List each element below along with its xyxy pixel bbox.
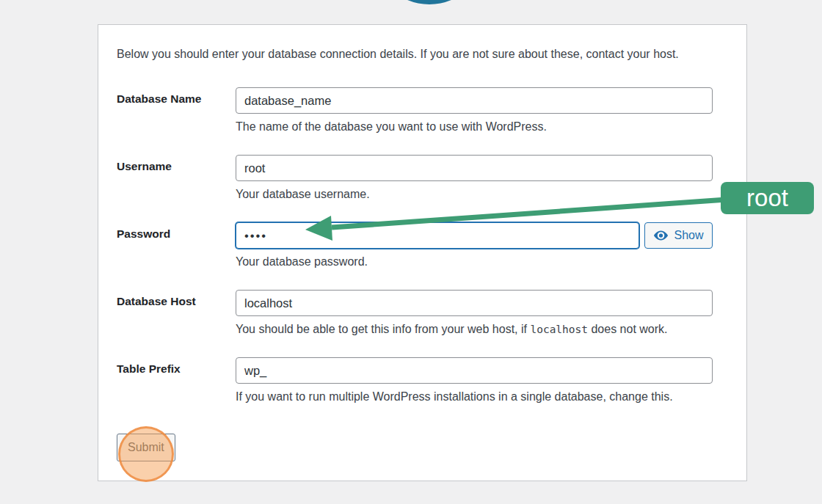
eye-icon [653, 230, 669, 241]
database-host-input[interactable] [236, 290, 713, 316]
database-host-label: Database Host [117, 295, 234, 308]
setup-config-page: Below you should enter your database con… [0, 0, 822, 504]
database-name-label: Database Name [117, 92, 234, 106]
password-input[interactable] [236, 222, 639, 249]
show-password-button[interactable]: Show [644, 222, 713, 249]
database-host-help: You should be able to get this info from… [236, 323, 713, 336]
localhost-code: localhost [530, 324, 588, 335]
wordpress-logo-icon [372, 0, 487, 4]
username-help: Your database username. [236, 188, 713, 201]
intro-text: Below you should enter your database con… [117, 48, 733, 61]
database-host-field-area: You should be able to get this info from… [236, 290, 713, 336]
show-password-label: Show [674, 229, 703, 242]
username-field-area: Your database username. [236, 155, 713, 201]
table-prefix-input[interactable] [236, 357, 713, 384]
table-prefix-help: If you want to run multiple WordPress in… [236, 390, 713, 403]
submit-row: Submit [117, 434, 175, 461]
password-label: Password [117, 227, 234, 241]
submit-button[interactable]: Submit [117, 434, 175, 461]
table-prefix-label: Table Prefix [117, 362, 234, 376]
table-prefix-field-area: If you want to run multiple WordPress in… [236, 357, 713, 403]
password-help: Your database password. [236, 255, 713, 269]
database-name-input[interactable] [236, 87, 713, 114]
password-field-area: Show Your database password. [236, 222, 713, 269]
database-name-field-area: The name of the database you want to use… [236, 87, 713, 134]
database-name-help: The name of the database you want to use… [236, 120, 713, 134]
username-label: Username [117, 160, 234, 173]
username-input[interactable] [236, 155, 713, 181]
database-details-card: Below you should enter your database con… [98, 24, 747, 481]
